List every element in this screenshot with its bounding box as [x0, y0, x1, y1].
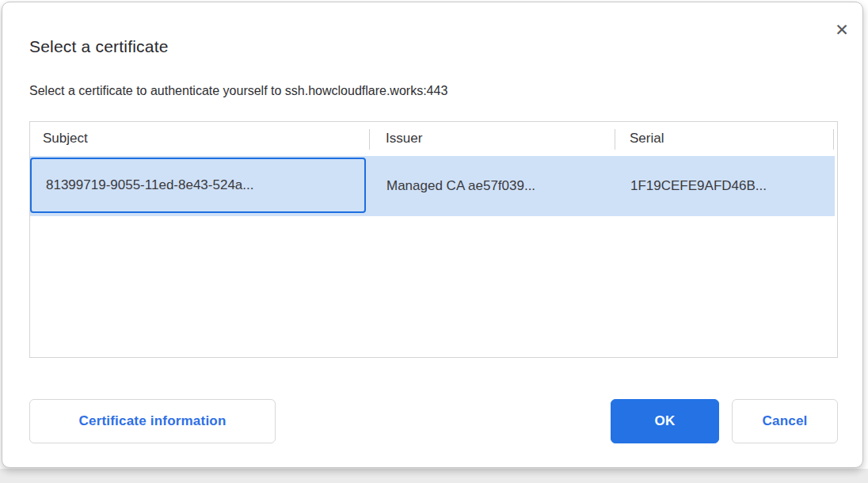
screen: ✕ Select a certificate Select a certific… [0, 0, 868, 483]
column-divider [615, 129, 615, 150]
certificate-table: Subject Issuer Serial 81399719-9055-11ed… [29, 121, 838, 358]
cancel-button[interactable]: Cancel [732, 399, 838, 443]
certificate-serial-cell[interactable]: 1F19CEFE9AFD46B... [630, 156, 833, 216]
certificate-information-button[interactable]: Certificate information [29, 399, 276, 443]
dialog-title: Select a certificate [29, 37, 169, 56]
select-certificate-dialog: ✕ Select a certificate Select a certific… [2, 2, 863, 468]
column-header-issuer: Issuer [386, 131, 422, 146]
ok-button[interactable]: OK [611, 399, 719, 443]
column-divider [369, 129, 370, 150]
table-header: Subject Issuer Serial [30, 122, 837, 156]
column-divider [833, 129, 834, 150]
close-icon[interactable]: ✕ [829, 17, 855, 42]
column-header-serial: Serial [630, 131, 664, 146]
certificate-subject-cell[interactable]: 81399719-9055-11ed-8e43-524a... [30, 158, 366, 213]
page-background-strip [0, 469, 868, 483]
certificate-issuer-cell[interactable]: Managed CA ae57f039... [386, 156, 613, 216]
column-header-subject: Subject [43, 131, 88, 146]
certificate-row-selected[interactable]: 81399719-9055-11ed-8e43-524a... Managed … [30, 156, 835, 216]
dialog-subtitle: Select a certificate to authenticate you… [29, 84, 447, 98]
